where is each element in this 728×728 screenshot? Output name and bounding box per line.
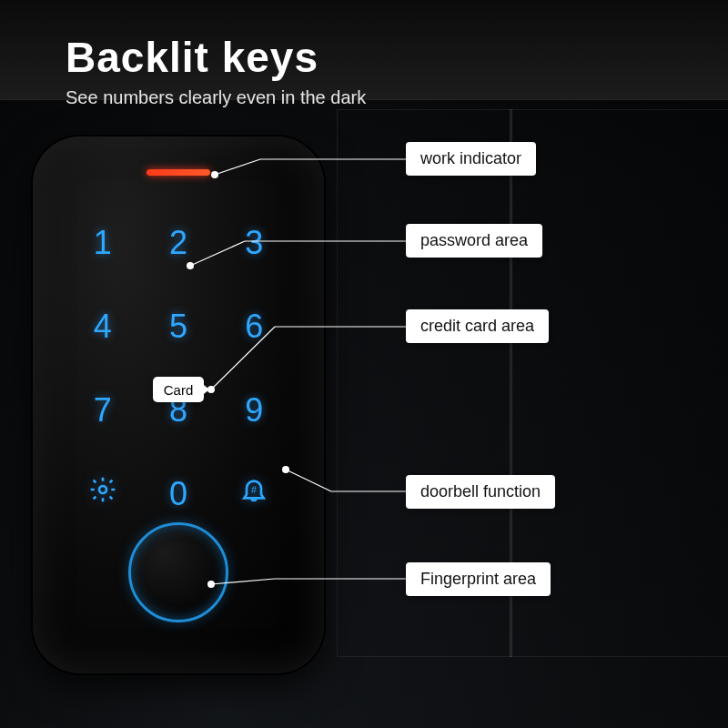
callout-line (286, 470, 406, 493)
key-9[interactable]: 9 (230, 386, 278, 435)
svg-point-0 (99, 486, 106, 493)
callout-label: credit card area (406, 309, 549, 343)
callout-line (211, 577, 406, 590)
callout-label: doorbell function (406, 475, 555, 509)
svg-line-10 (211, 579, 275, 584)
work-indicator-light (147, 169, 210, 176)
page-subtitle: See numbers clearly even in the dark (66, 87, 366, 108)
callout-label: password area (406, 224, 542, 258)
key-5[interactable]: 5 (154, 302, 202, 351)
callout-label: Fingerprint area (406, 562, 551, 596)
key-0[interactable]: 0 (154, 470, 202, 519)
callout-line (211, 325, 406, 390)
callout-line (215, 157, 406, 176)
heading-block: Backlit keys See numbers clearly even in… (66, 33, 366, 108)
keypad-device: 1 2 3 4 5 6 7 8 9 0 # Card (33, 136, 324, 673)
key-7[interactable]: 7 (78, 386, 126, 435)
key-1[interactable]: 1 (78, 218, 126, 268)
card-badge[interactable]: Card (153, 377, 204, 402)
fingerprint-sensor[interactable] (128, 522, 228, 622)
callout-label: work indicator (406, 142, 536, 176)
svg-line-2 (215, 159, 260, 175)
svg-line-8 (286, 470, 331, 491)
card-badge-label: Card (164, 382, 194, 398)
key-4[interactable]: 4 (78, 302, 126, 351)
key-doorbell[interactable]: # (230, 470, 278, 519)
svg-text:#: # (251, 484, 257, 495)
gear-icon (88, 475, 117, 504)
page-title: Backlit keys (66, 33, 366, 82)
bell-icon: # (239, 475, 268, 504)
key-settings[interactable] (78, 470, 126, 519)
callout-line (190, 239, 406, 267)
svg-line-4 (190, 241, 245, 266)
svg-line-6 (211, 327, 275, 389)
